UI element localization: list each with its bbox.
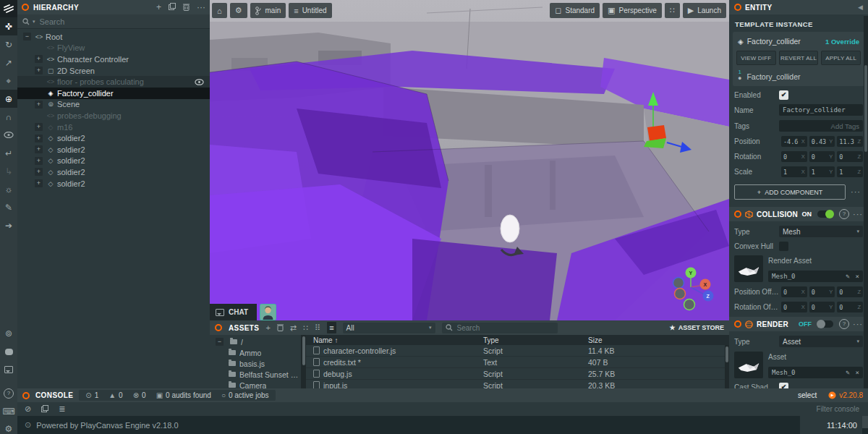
transform-z-field[interactable]: 11.3Z xyxy=(837,136,863,147)
chat-button[interactable]: CHAT xyxy=(210,304,257,320)
console-info-count[interactable]: ⊙1 xyxy=(85,391,98,399)
edit-pencil-icon[interactable]: ✎ xyxy=(846,273,849,280)
playcanvas-logo-icon[interactable] xyxy=(0,0,17,17)
entity-menu-button[interactable]: ··· xyxy=(848,184,863,198)
user-avatar[interactable] xyxy=(260,304,276,320)
redo-icon[interactable]: ↳ xyxy=(0,162,17,180)
undo-icon[interactable]: ↵ xyxy=(0,144,17,162)
hierarchy-item[interactable]: +▢2D Screen xyxy=(17,65,210,77)
standard-view-button[interactable]: ◻Standard xyxy=(550,3,600,18)
hierarchy-item[interactable]: +◇soldier2 xyxy=(17,178,210,190)
view-diff-button[interactable]: VIEW DIFF xyxy=(736,51,776,65)
transform-y-field[interactable]: 0Y xyxy=(809,151,835,162)
hierarchy-search[interactable]: ▾ xyxy=(17,14,210,29)
audits-status[interactable]: ▣0 audits found xyxy=(156,391,211,399)
asset-field[interactable]: Mesh_0 ✎ × xyxy=(768,367,863,378)
offset-z-field[interactable]: 0Z xyxy=(837,302,863,312)
expander-toggle[interactable]: + xyxy=(35,157,43,165)
hierarchy-item[interactable]: +◇m16 xyxy=(17,122,210,133)
enabled-checkbox[interactable]: ✔ xyxy=(779,90,788,100)
scene-name-button[interactable]: ≡ Untitled xyxy=(289,3,331,18)
jobs-status[interactable]: ○0 active jobs xyxy=(221,391,269,399)
launch-button[interactable]: ▶Launch xyxy=(683,3,726,18)
column-name[interactable]: Name ↑ xyxy=(306,336,483,344)
reimport-asset-icon[interactable]: ⇄ xyxy=(290,323,297,333)
hierarchy-item[interactable]: +◇soldier2 xyxy=(17,156,210,167)
offset-x-field[interactable]: 0X xyxy=(781,286,807,297)
discord-icon[interactable] xyxy=(0,344,17,359)
copy-log-icon[interactable] xyxy=(41,405,48,414)
snap-magnet-icon[interactable]: ∩ xyxy=(0,108,17,126)
scale-tool-icon[interactable]: ↗ xyxy=(0,54,17,72)
offset-x-field[interactable]: 0X xyxy=(781,302,807,312)
inspector-scrollbar[interactable] xyxy=(864,16,868,388)
render-asset-thumbnail[interactable] xyxy=(734,255,763,282)
hierarchy-menu-button[interactable]: ··· xyxy=(197,3,205,12)
expander-toggle[interactable]: + xyxy=(35,55,43,63)
fullscreen-button[interactable]: ∷ xyxy=(665,3,680,18)
revert-all-button[interactable]: REVERT ALL xyxy=(779,51,819,65)
transform-y-field[interactable]: 1Y xyxy=(809,166,835,177)
viewport-3d[interactable]: Y X Z xyxy=(210,0,729,320)
list-view-icon[interactable]: ≡ xyxy=(327,322,336,333)
hierarchy-item[interactable]: −<>Root xyxy=(17,31,210,43)
collision-menu-button[interactable]: ··· xyxy=(853,208,863,221)
settings-gear-icon[interactable]: ⚙ xyxy=(0,421,17,434)
focus-tool-icon[interactable]: ⌖ xyxy=(0,72,17,90)
console-error-count[interactable]: ⊗0 xyxy=(133,391,146,399)
hierarchy-item[interactable]: +<>Character Controller xyxy=(17,54,210,65)
hierarchy-item[interactable]: +◇soldier2 xyxy=(17,132,210,144)
transform-x-field[interactable]: -4.6X xyxy=(781,136,807,147)
clear-x-icon[interactable]: × xyxy=(856,273,859,280)
column-size[interactable]: Size xyxy=(588,336,729,344)
folder-item[interactable]: Ammo xyxy=(210,347,301,358)
branch-button[interactable]: main xyxy=(250,3,286,18)
delete-entity-button[interactable] xyxy=(183,3,190,12)
apply-all-button[interactable]: APPLY ALL xyxy=(821,51,861,65)
override-badge[interactable]: 1 Override xyxy=(825,38,859,46)
editor-settings-icon[interactable]: ✎ xyxy=(0,198,17,216)
editor-version[interactable]: v2.20.8 xyxy=(828,391,863,399)
render-header[interactable]: RENDER OFF ? ··· xyxy=(729,317,868,331)
asset-store-button[interactable]: ★ASSET STORE xyxy=(670,324,724,331)
column-type[interactable]: Type xyxy=(483,336,588,344)
folder-item[interactable]: −/ xyxy=(210,336,301,347)
shortcuts-keyboard-icon[interactable]: ⌨ xyxy=(0,404,17,420)
duplicate-entity-button[interactable] xyxy=(169,3,176,12)
convex-hull-checkbox[interactable] xyxy=(779,242,788,251)
name-field[interactable]: Factory_collider xyxy=(779,104,863,116)
transform-x-field[interactable]: 1X xyxy=(781,166,807,177)
add-asset-button[interactable]: + xyxy=(265,323,270,332)
asset-row[interactable]: character-controller.jsScript11.4 KB xyxy=(306,345,729,357)
tags-field[interactable]: Add Tags xyxy=(779,120,863,132)
collision-header[interactable]: COLLISION ON ? ··· xyxy=(729,207,868,221)
github-icon[interactable]: ⊚ xyxy=(0,326,17,341)
bake-light-icon[interactable]: ☼ xyxy=(0,180,17,198)
cast-shadows-checkbox[interactable]: ✔ xyxy=(779,383,788,388)
hierarchy-item[interactable]: <>FlyView xyxy=(17,43,210,54)
home-button[interactable]: ⌂ xyxy=(212,3,227,18)
assets-search-input[interactable] xyxy=(456,323,554,333)
expander-toggle[interactable]: + xyxy=(35,101,43,109)
folder-item[interactable]: Camera xyxy=(210,380,301,388)
hierarchy-item[interactable]: +◇soldier2 xyxy=(17,144,210,156)
render-type-dropdown[interactable]: Asset▾ xyxy=(779,336,863,347)
expander-toggle[interactable]: + xyxy=(35,168,43,176)
collapse-panel-icon[interactable]: ◀ xyxy=(858,4,863,11)
offset-y-field[interactable]: 0Y xyxy=(809,302,835,312)
render-help-icon[interactable]: ? xyxy=(839,319,849,329)
asset-row[interactable]: debug.jsScript25.7 KB xyxy=(306,368,729,380)
log-text-icon[interactable]: ≣ xyxy=(59,404,65,414)
hierarchy-item[interactable]: +◇soldier2 xyxy=(17,166,210,178)
expander-toggle[interactable]: + xyxy=(35,145,43,153)
expander-toggle[interactable]: + xyxy=(35,179,43,187)
asset-row[interactable]: credits.txt *Text407 B xyxy=(306,357,729,368)
visibility-eye-icon[interactable] xyxy=(0,126,17,144)
expander-toggle[interactable]: + xyxy=(35,67,43,75)
transform-y-field[interactable]: 0.43Y xyxy=(809,136,835,147)
publish-icon[interactable]: ➔ xyxy=(0,216,17,234)
clear-x-icon[interactable]: × xyxy=(856,369,859,376)
add-entity-button[interactable]: + xyxy=(156,3,161,12)
folder-item[interactable]: Belfast Sunset HDR xyxy=(210,369,301,380)
console-title[interactable]: CONSOLE xyxy=(35,391,73,399)
